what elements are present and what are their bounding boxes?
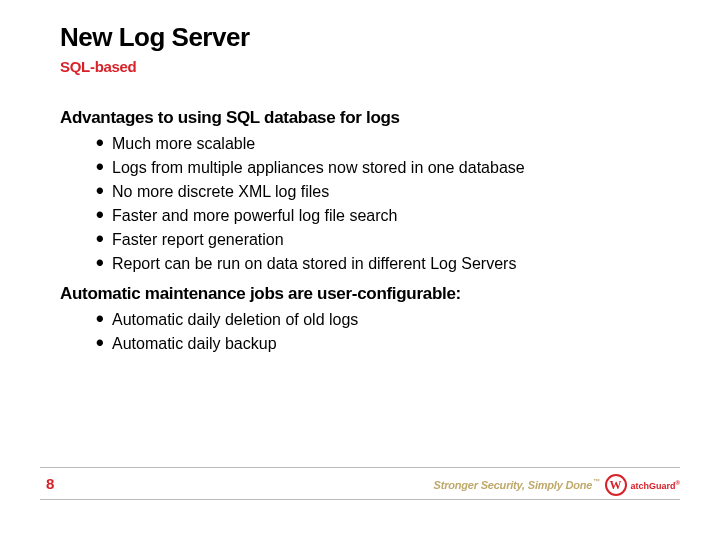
divider <box>40 467 680 468</box>
section-heading: Advantages to using SQL database for log… <box>60 108 660 128</box>
page-number: 8 <box>46 475 54 492</box>
section-heading: Automatic maintenance jobs are user-conf… <box>60 284 660 304</box>
slide-title: New Log Server <box>60 22 250 53</box>
list-item: Automatic daily deletion of old logs <box>60 308 660 332</box>
logo-text: atchGuard® <box>631 480 680 491</box>
bullet-list: Much more scalable Logs from multiple ap… <box>60 132 660 276</box>
list-item: Report can be run on data stored in diff… <box>60 252 660 276</box>
list-item: Much more scalable <box>60 132 660 156</box>
bullet-list: Automatic daily deletion of old logs Aut… <box>60 308 660 356</box>
tagline-text: Stronger Security, Simply Done <box>434 479 593 491</box>
trademark-symbol: ™ <box>593 478 600 485</box>
footer-tagline: Stronger Security, Simply Done™ <box>434 478 600 491</box>
list-item: Automatic daily backup <box>60 332 660 356</box>
slide-content: Advantages to using SQL database for log… <box>60 108 660 364</box>
list-item: Logs from multiple appliances now stored… <box>60 156 660 180</box>
list-item: Faster and more powerful log file search <box>60 204 660 228</box>
divider <box>40 499 680 500</box>
list-item: Faster report generation <box>60 228 660 252</box>
slide-subtitle: SQL-based <box>60 58 136 75</box>
logo-initial: W <box>610 479 622 491</box>
watchguard-logo: W atchGuard® <box>605 474 680 496</box>
slide: New Log Server SQL-based Advantages to u… <box>0 0 720 540</box>
registered-symbol: ® <box>676 480 680 486</box>
logo-circle-icon: W <box>605 474 627 496</box>
list-item: No more discrete XML log files <box>60 180 660 204</box>
